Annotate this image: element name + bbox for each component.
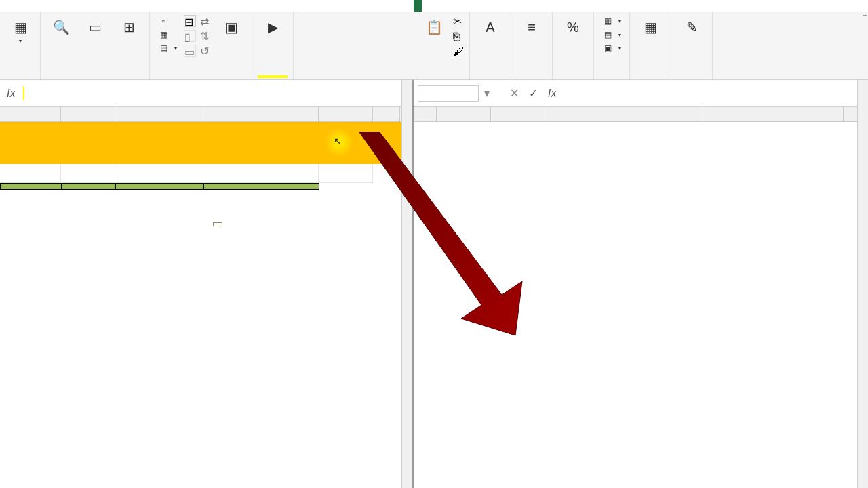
col-E[interactable] — [61, 107, 115, 121]
tab-form[interactable] — [446, 0, 454, 12]
condfmt-icon: ▦ — [602, 16, 613, 26]
cut-icon[interactable]: ✂ — [453, 15, 464, 28]
macros-button[interactable]: ▶ — [258, 15, 288, 39]
formula-tooltip — [213, 222, 222, 226]
tab-file[interactable] — [414, 0, 422, 12]
zoom-100-button[interactable]: ▭ — [80, 15, 110, 39]
fmttable-icon: ▤ — [602, 29, 613, 40]
tab-fuzzy-r[interactable] — [487, 0, 495, 12]
tab-powerpivot[interactable] — [57, 0, 65, 12]
title-band: ↖ — [0, 122, 412, 164]
cond-fmt-button[interactable]: ▦▾ — [599, 15, 624, 27]
paste-button[interactable]: 📋 — [419, 15, 449, 39]
macros-group-label — [258, 75, 288, 78]
tab-view-r[interactable] — [471, 0, 479, 12]
sync-icon[interactable]: ⇄ — [200, 15, 212, 27]
cursor-icon: ↖ — [334, 136, 342, 146]
alignment-button[interactable]: ≡ — [517, 15, 547, 39]
editing-icon: ✎ — [681, 16, 703, 38]
dropdown-icon: ▾ — [618, 45, 621, 52]
window-icon: ▫ — [158, 16, 169, 26]
zoom-button[interactable]: 🔍 — [46, 15, 76, 39]
percent-icon: % — [562, 16, 584, 38]
tab-insert[interactable] — [430, 0, 438, 12]
zoom-icon: 🔍 — [50, 16, 72, 38]
col-rep — [1, 184, 62, 190]
paste-icon: 📋 — [423, 16, 445, 38]
col-F[interactable] — [115, 107, 203, 121]
fx-icon[interactable]: fx — [4, 87, 18, 100]
namebox-dropdown-icon[interactable]: ▾ — [484, 87, 490, 100]
tab-developer[interactable] — [41, 0, 49, 12]
format-painter-icon[interactable]: 🖌 — [453, 45, 464, 58]
tab-page[interactable] — [438, 0, 446, 12]
col-G[interactable] — [203, 107, 319, 121]
col-sales — [116, 184, 204, 190]
scrollbar-right[interactable] — [857, 80, 868, 488]
col-years — [62, 184, 116, 190]
cancel-formula-icon[interactable]: ✕ — [507, 87, 521, 100]
cellstyles-icon: ▣ — [602, 43, 613, 54]
switch-windows-button[interactable]: ▣ — [216, 15, 246, 39]
freeze-icon: ▤ — [158, 43, 169, 54]
tab-powe-r[interactable] — [495, 0, 503, 12]
switch-icon: ▣ — [220, 16, 242, 38]
tab-review-r[interactable] — [462, 0, 471, 12]
cells-button[interactable]: ▦ — [635, 15, 665, 39]
fx-icon-right[interactable]: fx — [545, 87, 559, 100]
collapse-ribbon-icon[interactable]: ˇ — [863, 14, 867, 24]
freeze-panes-button[interactable]: ▤▾ — [155, 42, 180, 54]
col-C[interactable] — [545, 107, 701, 121]
col-H[interactable] — [319, 107, 373, 121]
col-I[interactable] — [373, 107, 400, 121]
col-region — [204, 184, 319, 190]
align-icon: ≡ — [521, 16, 542, 38]
tab-data[interactable] — [16, 0, 24, 12]
tab-review[interactable] — [24, 0, 33, 12]
arrange-all-button[interactable]: ▦ — [155, 28, 180, 41]
left-data-table — [0, 183, 319, 190]
accept-formula-icon[interactable]: ✓ — [526, 87, 540, 100]
reset-icon[interactable]: ↺ — [200, 45, 212, 57]
name-box[interactable] — [418, 85, 479, 102]
split-icon[interactable]: ⊟ — [184, 15, 196, 27]
tab-formulas[interactable] — [8, 0, 16, 12]
dropdown-icon: ▾ — [618, 32, 621, 38]
clipboard-label — [419, 75, 464, 78]
user-label-left — [403, 0, 414, 12]
cells-icon: ▦ — [639, 16, 661, 38]
dropdown-icon: ▾ — [19, 38, 22, 44]
dropdown-icon: ▾ — [618, 18, 621, 24]
user-label-right — [857, 0, 868, 12]
zoom-group-label — [46, 75, 144, 78]
col-A[interactable] — [437, 107, 491, 121]
show-button[interactable]: ▦ ▾ — [5, 15, 35, 45]
tab-home[interactable] — [422, 0, 430, 12]
page-icon: ▭ — [84, 16, 106, 38]
formula-bar-left[interactable] — [23, 86, 394, 101]
new-window-button[interactable]: ▫ — [155, 15, 180, 27]
number-button[interactable]: % — [558, 15, 588, 39]
scrollbar-left[interactable] — [401, 80, 412, 488]
unhide-icon[interactable]: ▭ — [184, 45, 196, 57]
zoom-selection-button[interactable]: ⊞ — [114, 15, 144, 39]
show-icon: ▦ — [9, 16, 31, 38]
tab-data-r[interactable] — [454, 0, 462, 12]
copy-icon[interactable]: ⎘ — [453, 30, 464, 43]
tab-fuzzy[interactable] — [49, 0, 57, 12]
formula-highlight — [23, 86, 24, 100]
dropdown-icon: ▾ — [174, 45, 177, 52]
editing-button[interactable]: ✎ — [677, 15, 707, 39]
fmt-table-button[interactable]: ▤▾ — [599, 28, 624, 41]
tab-view[interactable] — [33, 0, 41, 12]
col-B[interactable] — [491, 107, 545, 121]
cell-styles-button[interactable]: ▣▾ — [599, 42, 624, 54]
hide-icon[interactable]: ▯ — [184, 30, 196, 42]
sync2-icon[interactable]: ⇅ — [200, 30, 212, 42]
tab-yo[interactable] — [0, 0, 8, 12]
col-D[interactable] — [701, 107, 844, 121]
macros-icon: ▶ — [262, 16, 283, 38]
tab-devel-r[interactable] — [479, 0, 487, 12]
styles-label — [599, 75, 624, 78]
font-button[interactable]: A — [475, 15, 505, 39]
